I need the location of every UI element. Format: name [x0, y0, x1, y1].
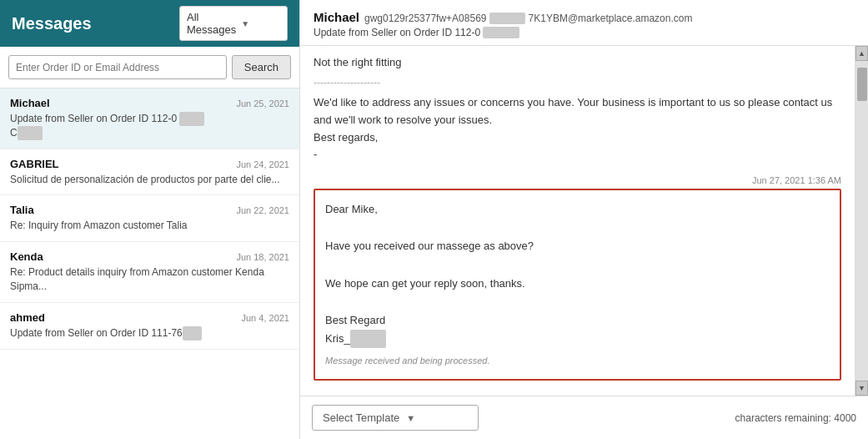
bottom-bar: Select Template ▼ characters remaining: … [300, 396, 868, 439]
message-sender: GABRIEL [10, 158, 59, 170]
filter-value: All Messages [187, 11, 236, 36]
message-date: Jun 25, 2021 [236, 98, 289, 108]
list-item[interactable]: Talia Jun 22, 2021 Re: Inquiry from Amaz… [0, 195, 299, 242]
char-remaining-value: 4000 [834, 412, 856, 424]
reply-line: We hope can get your reply soon, thanks. [325, 275, 830, 293]
message-thread: Not the right fitting ------------------… [300, 46, 855, 396]
message-line: Not the right fitting [314, 54, 841, 72]
template-select-label: Select Template [323, 411, 399, 424]
list-item[interactable]: Michael Jun 25, 2021 Update from Seller … [0, 88, 299, 149]
template-select-dropdown[interactable]: Select Template ▼ [312, 405, 479, 431]
message-list: Michael Jun 25, 2021 Update from Seller … [0, 88, 299, 439]
blurred-order [483, 27, 519, 38]
char-count: characters remaining: 4000 [735, 412, 856, 424]
scroll-up-button[interactable]: ▲ [855, 46, 868, 61]
message-date: Jun 24, 2021 [236, 159, 289, 169]
blurred-text [18, 126, 43, 140]
thread-message-old: Not the right fitting ------------------… [314, 54, 841, 164]
message-divider: -------------------- [314, 75, 841, 91]
reply-line: Best Regard [325, 311, 830, 330]
message-sender: ahmed [10, 311, 45, 324]
filter-dropdown[interactable]: All Messages ▼ [179, 6, 288, 41]
right-header: Michael gwg0129r25377fw+A08569 7K1YBM@ma… [300, 0, 868, 46]
chevron-down-icon: ▼ [406, 413, 415, 423]
header-bar: Messages All Messages ▼ [0, 0, 299, 47]
reply-line: Kris_ [325, 330, 830, 348]
blurred-text [183, 326, 202, 341]
reply-line: Dear Mike, [325, 200, 830, 219]
message-subject: Solicitud de personalización de producto… [10, 173, 289, 187]
message-date: Jun 22, 2021 [236, 205, 289, 215]
message-line: Best regards, [314, 129, 841, 147]
right-sender-meta: gwg0129r25377fw+A08569 7K1YBM@marketplac… [364, 13, 692, 24]
thread-timestamp: Jun 27, 2021 1:36 AM [314, 175, 841, 185]
blurred-email-middle [489, 13, 525, 24]
message-line: - [314, 146, 841, 164]
right-sender-name: Michael [314, 10, 359, 24]
message-subject: Re: Product details inquiry from Amazon … [10, 265, 289, 294]
message-sender: Michael [10, 97, 50, 109]
scroll-track[interactable] [855, 61, 868, 381]
message-sender: Talia [10, 204, 34, 216]
right-panel: Michael gwg0129r25377fw+A08569 7K1YBM@ma… [300, 0, 868, 439]
message-date: Jun 18, 2021 [236, 252, 289, 262]
chevron-down-icon: ▼ [241, 19, 280, 28]
message-date: Jun 4, 2021 [242, 313, 290, 323]
app-title: Messages [12, 14, 169, 33]
message-line: We'd like to address any issues or conce… [314, 94, 841, 129]
list-item[interactable]: Kenda Jun 18, 2021 Re: Product details i… [0, 242, 299, 303]
list-item[interactable]: ahmed Jun 4, 2021 Update from Seller on … [0, 303, 299, 350]
search-bar: Search [0, 47, 299, 88]
search-input[interactable] [8, 55, 227, 79]
reply-line: Have you received our massege as above? [325, 237, 830, 255]
char-remaining-label: characters remaining: [735, 412, 831, 424]
reply-box: Dear Mike, Have you received our massege… [314, 189, 841, 380]
left-panel: Messages All Messages ▼ Search Michael J… [0, 0, 300, 439]
scroll-down-button[interactable]: ▼ [855, 381, 868, 396]
message-subject: Update from Seller on Order ID 111-76 [10, 326, 289, 341]
blurred-text [179, 112, 204, 126]
right-subject: Update from Seller on Order ID 112-0 [314, 27, 855, 38]
scroll-bar[interactable]: ▲ ▼ [855, 46, 868, 396]
search-button[interactable]: Search [232, 55, 291, 79]
blurred-name [350, 330, 386, 348]
message-subject: Re: Inquiry from Amazon customer Talia [10, 219, 289, 233]
message-subject: Update from Seller on Order ID 112-0 C [10, 112, 289, 140]
list-item[interactable]: GABRIEL Jun 24, 2021 Solicitud de person… [0, 149, 299, 196]
message-sender: Kenda [10, 250, 43, 263]
reply-status: Message received and being processed. [325, 353, 830, 369]
scroll-thumb[interactable] [857, 68, 867, 101]
thread-message-body: Not the right fitting ------------------… [314, 54, 841, 164]
